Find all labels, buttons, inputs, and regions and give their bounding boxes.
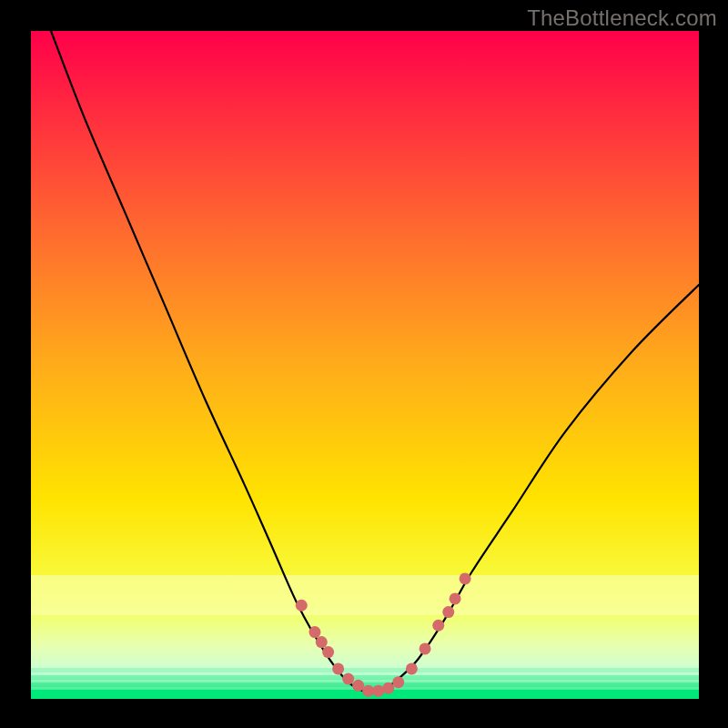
curve-dot bbox=[460, 572, 471, 584]
curve-dot bbox=[406, 662, 418, 674]
curve-dot bbox=[342, 672, 354, 684]
watermark: TheBottleneck.com bbox=[527, 5, 717, 31]
curve-dot bbox=[308, 626, 320, 638]
plot-area bbox=[31, 31, 699, 699]
curve-dot bbox=[450, 592, 461, 604]
curve-dot bbox=[382, 682, 394, 694]
chart-root: TheBottleneck.com bbox=[0, 0, 728, 728]
curve-dots bbox=[296, 572, 471, 696]
curve-dot bbox=[392, 676, 404, 688]
curve-dot bbox=[432, 620, 444, 632]
bottleneck-curve bbox=[31, 31, 699, 699]
curve-dot bbox=[316, 636, 328, 648]
curve-dot bbox=[420, 642, 431, 654]
curve-dot bbox=[372, 685, 384, 697]
curve-dot bbox=[322, 646, 334, 658]
curve-dot bbox=[442, 606, 454, 618]
curve-dot bbox=[332, 662, 344, 674]
curve-dot bbox=[352, 680, 364, 692]
curve-dot bbox=[296, 600, 308, 612]
